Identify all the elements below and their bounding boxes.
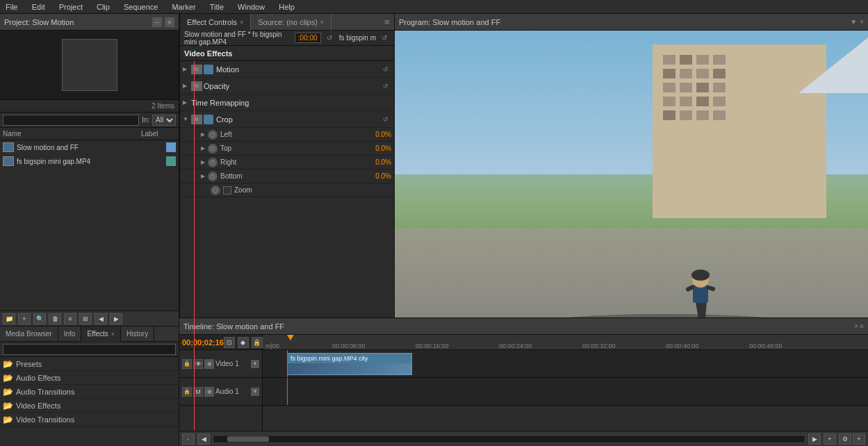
new-item-button[interactable]: +	[18, 313, 31, 324]
marker-btn[interactable]: ◆	[238, 337, 249, 348]
menu-sequence[interactable]: Sequence	[121, 3, 161, 11]
audio-track-menu-btn[interactable]: ▼	[251, 388, 259, 396]
tl-add-track-btn[interactable]: +	[853, 433, 865, 445]
effect-group-presets[interactable]: 📂 Presets	[0, 357, 179, 371]
clip-name: Slow motion and FF * fs bigspin mini gap…	[184, 31, 292, 46]
effect-group-audio-effects[interactable]: 📂 Audio Effects	[0, 371, 179, 385]
video-track-lock[interactable]: 🔒	[182, 359, 192, 369]
folder-icon: 📂	[3, 415, 13, 424]
folder-icon: 📂	[3, 401, 13, 411]
video-track-eye[interactable]: 👁	[193, 359, 203, 369]
panel-menu-button[interactable]: ≡	[380, 15, 394, 29]
menu-marker[interactable]: Marker	[169, 3, 198, 11]
menu-window[interactable]: Window	[235, 3, 268, 11]
video-effects-title: Video Effects	[184, 49, 233, 58]
bottom-value[interactable]: 0.0%	[375, 172, 391, 180]
timeline-content[interactable]: m|00 00:00:08;00 00:00:16;00 00:00:24;00…	[263, 335, 868, 431]
tab-effects-close[interactable]: ×	[111, 331, 115, 338]
opacity-effect-item[interactable]: ▶ fx Opacity ↺	[180, 78, 394, 94]
audio-track-lock[interactable]: 🔒	[182, 387, 192, 397]
program-dropdown-btn[interactable]: ▼	[850, 18, 857, 26]
top-value[interactable]: 0.0%	[375, 144, 391, 152]
tab-effects[interactable]: Effects ×	[81, 327, 121, 342]
opacity-reset-button[interactable]: ↺	[380, 81, 391, 92]
menu-file[interactable]: File	[3, 3, 21, 11]
list-view-button[interactable]: ≡	[64, 313, 76, 324]
effect-controls-tab-close[interactable]: ×	[240, 19, 243, 26]
effect-group-video-effects[interactable]: 📂 Video Effects	[0, 399, 179, 413]
item-count: 2 Items	[152, 102, 174, 110]
timeline-scrollbar[interactable]	[213, 435, 805, 443]
ruler-mark-1: 00:00:08;00	[332, 342, 366, 349]
delete-button[interactable]: 🗑	[49, 313, 61, 324]
svg-point-15	[691, 270, 710, 281]
tab-history[interactable]: History	[121, 327, 154, 342]
tl-scroll-left[interactable]: ◀	[197, 433, 210, 445]
zoom-row[interactable]: Zoom	[180, 183, 394, 197]
project-panel-minimize[interactable]: ─	[152, 17, 162, 27]
ruler-mark-4: 00:00:32;00	[582, 342, 616, 349]
menu-edit[interactable]: Edit	[29, 3, 48, 11]
project-search-input[interactable]	[3, 115, 139, 126]
video-track-menu-btn[interactable]: ▼	[251, 360, 259, 368]
video-track-header: 🔒 👁 ◉ Video 1 ▼	[179, 350, 262, 378]
top-label: Top	[220, 144, 372, 152]
video-clip[interactable]: fs bigspin mini gap.MP4 city	[287, 353, 412, 375]
sync-lock-btn[interactable]: ◉	[204, 359, 214, 369]
navigate-next[interactable]: ▶	[110, 313, 122, 324]
tl-settings-btn[interactable]: ⚙	[839, 433, 851, 445]
effect-group-audio-transitions[interactable]: 📂 Audio Transitions	[0, 385, 179, 399]
crop-reset-button[interactable]: ↺	[380, 114, 391, 125]
crop-left-row[interactable]: ▶ Left 0.0%	[180, 128, 394, 142]
right-stopwatch-icon	[208, 158, 218, 167]
crop-right-row[interactable]: ▶ Right 0.0%	[180, 156, 394, 170]
clip-reset-button[interactable]: ↺	[324, 33, 335, 44]
program-close-btn[interactable]: ×	[860, 18, 864, 26]
tl-zoom-out[interactable]: -	[182, 433, 195, 445]
source-tab-close[interactable]: ×	[320, 19, 324, 26]
opacity-expand-arrow: ▶	[183, 83, 191, 89]
find-button[interactable]: 🔍	[33, 313, 46, 324]
list-item[interactable]: fs bigspin mini gap.MP4	[0, 154, 179, 168]
time-remapping-label: Time Remapping	[191, 99, 391, 107]
menu-help[interactable]: Help	[276, 3, 297, 11]
icon-view-button[interactable]: ⊞	[79, 313, 92, 324]
clip-reset-button2[interactable]: ↺	[379, 33, 390, 44]
timeline-title: Timeline: Slow motion and FF	[183, 322, 854, 331]
crop-effect-item[interactable]: ▼ fx Crop ↺	[180, 111, 394, 128]
playhead-marker	[287, 335, 294, 350]
tab-effect-controls[interactable]: Effect Controls ×	[180, 14, 251, 31]
tab-source-monitor[interactable]: Source: (no clips) ×	[251, 14, 331, 31]
tl-zoom-in[interactable]: +	[824, 433, 836, 445]
new-bin-button[interactable]: 📁	[3, 313, 15, 324]
right-value[interactable]: 0.0%	[375, 158, 391, 166]
crop-bottom-row[interactable]: ▶ Bottom 0.0%	[180, 170, 394, 183]
effect-group-video-transitions[interactable]: 📂 Video Transitions	[0, 413, 179, 427]
timeline-close-btn[interactable]: ×	[854, 322, 858, 330]
navigate-prev[interactable]: ◀	[95, 313, 107, 324]
motion-reset-button[interactable]: ↺	[380, 64, 391, 75]
list-item[interactable]: Slow motion and FF	[0, 140, 179, 154]
menu-clip[interactable]: Clip	[94, 3, 113, 11]
in-select[interactable]: All	[152, 115, 176, 126]
effects-search-input[interactable]	[3, 344, 176, 355]
presets-label: Presets	[16, 360, 42, 368]
motion-effect-item[interactable]: ▶ fx Motion ↺	[180, 61, 394, 78]
bottom-label: Bottom	[220, 172, 372, 180]
ruler-mark-6: 00:00:48;00	[749, 342, 783, 349]
zoom-checkbox[interactable]	[223, 186, 231, 195]
tab-media-browser[interactable]: Media Browser	[0, 327, 58, 342]
lock-btn[interactable]: 🔒	[252, 337, 263, 348]
crop-top-row[interactable]: ▶ Top 0.0%	[180, 142, 394, 156]
magnet-btn[interactable]: ⊡	[224, 337, 235, 348]
menu-title[interactable]: Title	[207, 3, 227, 11]
left-value[interactable]: 0.0%	[375, 131, 391, 138]
timeline-menu-btn[interactable]: ≡	[860, 322, 864, 330]
tab-info[interactable]: Info	[58, 327, 82, 342]
audio-track-mute[interactable]: M	[193, 387, 203, 397]
menu-project[interactable]: Project	[56, 3, 85, 11]
time-remapping-item[interactable]: ▶ Time Remapping	[180, 94, 394, 111]
project-panel-menu[interactable]: ≡	[165, 17, 174, 27]
tl-scroll-right[interactable]: ▶	[808, 433, 821, 445]
audio-sync-lock-btn[interactable]: ◉	[204, 387, 214, 397]
